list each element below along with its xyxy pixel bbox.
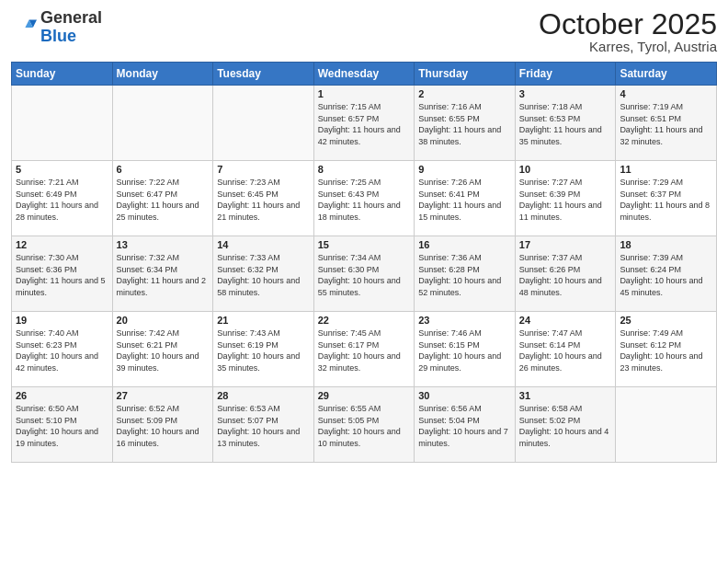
day-number: 8 bbox=[318, 164, 411, 175]
calendar-cell: 18Sunrise: 7:39 AM Sunset: 6:24 PM Dayli… bbox=[616, 236, 717, 312]
day-header-friday: Friday bbox=[515, 63, 616, 86]
calendar-cell: 25Sunrise: 7:49 AM Sunset: 6:12 PM Dayli… bbox=[616, 312, 717, 387]
day-header-wednesday: Wednesday bbox=[313, 63, 415, 86]
header: General Blue October 2025 Karres, Tyrol,… bbox=[11, 9, 717, 54]
day-number: 25 bbox=[620, 315, 712, 326]
day-info: Sunrise: 7:34 AM Sunset: 6:30 PM Dayligh… bbox=[318, 252, 411, 298]
day-header-sunday: Sunday bbox=[12, 63, 113, 86]
title-block: October 2025 Karres, Tyrol, Austria bbox=[539, 9, 717, 54]
day-number: 14 bbox=[217, 239, 310, 250]
day-number: 31 bbox=[519, 390, 612, 401]
day-info: Sunrise: 7:36 AM Sunset: 6:28 PM Dayligh… bbox=[418, 252, 511, 298]
calendar-subtitle: Karres, Tyrol, Austria bbox=[539, 39, 717, 54]
day-info: Sunrise: 7:45 AM Sunset: 6:17 PM Dayligh… bbox=[318, 327, 411, 373]
calendar-cell: 30Sunrise: 6:56 AM Sunset: 5:04 PM Dayli… bbox=[415, 387, 516, 463]
day-info: Sunrise: 7:29 AM Sunset: 6:37 PM Dayligh… bbox=[620, 177, 712, 223]
day-info: Sunrise: 7:39 AM Sunset: 6:24 PM Dayligh… bbox=[620, 252, 712, 298]
logo-blue: Blue bbox=[40, 27, 76, 45]
day-number: 7 bbox=[217, 164, 310, 175]
day-header-saturday: Saturday bbox=[616, 63, 717, 86]
calendar-table: SundayMondayTuesdayWednesdayThursdayFrid… bbox=[11, 62, 717, 463]
calendar-cell bbox=[616, 387, 717, 463]
week-row-5: 26Sunrise: 6:50 AM Sunset: 5:10 PM Dayli… bbox=[12, 387, 717, 463]
calendar-header: SundayMondayTuesdayWednesdayThursdayFrid… bbox=[12, 63, 717, 86]
calendar-cell: 7Sunrise: 7:23 AM Sunset: 6:45 PM Daylig… bbox=[213, 161, 314, 236]
calendar-cell: 28Sunrise: 6:53 AM Sunset: 5:07 PM Dayli… bbox=[213, 387, 314, 463]
calendar-cell: 15Sunrise: 7:34 AM Sunset: 6:30 PM Dayli… bbox=[313, 236, 415, 312]
day-info: Sunrise: 7:21 AM Sunset: 6:49 PM Dayligh… bbox=[16, 177, 108, 223]
logo-general: General bbox=[40, 8, 102, 27]
day-number: 23 bbox=[418, 315, 511, 326]
calendar-cell bbox=[213, 86, 314, 161]
calendar-cell: 23Sunrise: 7:46 AM Sunset: 6:15 PM Dayli… bbox=[415, 312, 516, 387]
day-info: Sunrise: 7:30 AM Sunset: 6:36 PM Dayligh… bbox=[16, 252, 108, 298]
week-row-4: 19Sunrise: 7:40 AM Sunset: 6:23 PM Dayli… bbox=[12, 312, 717, 387]
calendar-body: 1Sunrise: 7:15 AM Sunset: 6:57 PM Daylig… bbox=[12, 86, 717, 463]
day-info: Sunrise: 6:55 AM Sunset: 5:05 PM Dayligh… bbox=[318, 403, 411, 449]
calendar-cell: 5Sunrise: 7:21 AM Sunset: 6:49 PM Daylig… bbox=[12, 161, 113, 236]
calendar-cell: 27Sunrise: 6:52 AM Sunset: 5:09 PM Dayli… bbox=[112, 387, 213, 463]
day-info: Sunrise: 7:42 AM Sunset: 6:21 PM Dayligh… bbox=[117, 327, 210, 373]
day-number: 19 bbox=[16, 315, 108, 326]
day-info: Sunrise: 6:52 AM Sunset: 5:09 PM Dayligh… bbox=[117, 403, 210, 449]
calendar-cell: 10Sunrise: 7:27 AM Sunset: 6:39 PM Dayli… bbox=[515, 161, 616, 236]
day-number: 18 bbox=[620, 239, 712, 250]
day-number: 6 bbox=[117, 164, 210, 175]
day-info: Sunrise: 7:33 AM Sunset: 6:32 PM Dayligh… bbox=[217, 252, 310, 298]
day-info: Sunrise: 7:26 AM Sunset: 6:41 PM Dayligh… bbox=[418, 177, 511, 223]
calendar-cell: 31Sunrise: 6:58 AM Sunset: 5:02 PM Dayli… bbox=[515, 387, 616, 463]
day-info: Sunrise: 7:19 AM Sunset: 6:51 PM Dayligh… bbox=[620, 101, 712, 147]
day-info: Sunrise: 6:53 AM Sunset: 5:07 PM Dayligh… bbox=[217, 403, 310, 449]
day-number: 28 bbox=[217, 390, 310, 401]
calendar-cell: 21Sunrise: 7:43 AM Sunset: 6:19 PM Dayli… bbox=[213, 312, 314, 387]
day-number: 29 bbox=[318, 390, 411, 401]
day-number: 4 bbox=[620, 88, 712, 99]
day-number: 11 bbox=[620, 164, 712, 175]
calendar-cell: 12Sunrise: 7:30 AM Sunset: 6:36 PM Dayli… bbox=[12, 236, 113, 312]
day-header-thursday: Thursday bbox=[415, 63, 516, 86]
day-number: 22 bbox=[318, 315, 411, 326]
calendar-cell: 20Sunrise: 7:42 AM Sunset: 6:21 PM Dayli… bbox=[112, 312, 213, 387]
day-info: Sunrise: 7:49 AM Sunset: 6:12 PM Dayligh… bbox=[620, 327, 712, 373]
calendar-cell: 29Sunrise: 6:55 AM Sunset: 5:05 PM Dayli… bbox=[313, 387, 415, 463]
calendar-cell: 9Sunrise: 7:26 AM Sunset: 6:41 PM Daylig… bbox=[415, 161, 516, 236]
week-row-2: 5Sunrise: 7:21 AM Sunset: 6:49 PM Daylig… bbox=[12, 161, 717, 236]
day-number: 26 bbox=[16, 390, 108, 401]
day-number: 13 bbox=[117, 239, 210, 250]
day-number: 9 bbox=[418, 164, 511, 175]
week-row-3: 12Sunrise: 7:30 AM Sunset: 6:36 PM Dayli… bbox=[12, 236, 717, 312]
day-number: 24 bbox=[519, 315, 612, 326]
calendar-cell: 26Sunrise: 6:50 AM Sunset: 5:10 PM Dayli… bbox=[12, 387, 113, 463]
day-info: Sunrise: 7:27 AM Sunset: 6:39 PM Dayligh… bbox=[519, 177, 612, 223]
logo-icon bbox=[11, 15, 37, 40]
day-number: 12 bbox=[16, 239, 108, 250]
day-info: Sunrise: 7:40 AM Sunset: 6:23 PM Dayligh… bbox=[16, 327, 108, 373]
day-info: Sunrise: 7:18 AM Sunset: 6:53 PM Dayligh… bbox=[519, 101, 612, 147]
calendar-cell: 3Sunrise: 7:18 AM Sunset: 6:53 PM Daylig… bbox=[515, 86, 616, 161]
day-number: 20 bbox=[117, 315, 210, 326]
day-number: 16 bbox=[418, 239, 511, 250]
day-number: 5 bbox=[16, 164, 108, 175]
logo-text: General Blue bbox=[40, 9, 102, 46]
calendar-cell: 1Sunrise: 7:15 AM Sunset: 6:57 PM Daylig… bbox=[313, 86, 415, 161]
calendar-cell: 24Sunrise: 7:47 AM Sunset: 6:14 PM Dayli… bbox=[515, 312, 616, 387]
calendar-cell bbox=[12, 86, 113, 161]
day-info: Sunrise: 7:23 AM Sunset: 6:45 PM Dayligh… bbox=[217, 177, 310, 223]
calendar-cell: 22Sunrise: 7:45 AM Sunset: 6:17 PM Dayli… bbox=[313, 312, 415, 387]
day-info: Sunrise: 7:46 AM Sunset: 6:15 PM Dayligh… bbox=[418, 327, 511, 373]
day-header-tuesday: Tuesday bbox=[213, 63, 314, 86]
day-info: Sunrise: 6:50 AM Sunset: 5:10 PM Dayligh… bbox=[16, 403, 108, 449]
day-info: Sunrise: 7:25 AM Sunset: 6:43 PM Dayligh… bbox=[318, 177, 411, 223]
days-header-row: SundayMondayTuesdayWednesdayThursdayFrid… bbox=[12, 63, 717, 86]
calendar-cell: 6Sunrise: 7:22 AM Sunset: 6:47 PM Daylig… bbox=[112, 161, 213, 236]
calendar-cell: 14Sunrise: 7:33 AM Sunset: 6:32 PM Dayli… bbox=[213, 236, 314, 312]
calendar-cell: 11Sunrise: 7:29 AM Sunset: 6:37 PM Dayli… bbox=[616, 161, 717, 236]
calendar-cell: 17Sunrise: 7:37 AM Sunset: 6:26 PM Dayli… bbox=[515, 236, 616, 312]
week-row-1: 1Sunrise: 7:15 AM Sunset: 6:57 PM Daylig… bbox=[12, 86, 717, 161]
day-info: Sunrise: 7:16 AM Sunset: 6:55 PM Dayligh… bbox=[418, 101, 511, 147]
day-number: 27 bbox=[117, 390, 210, 401]
day-number: 2 bbox=[418, 88, 511, 99]
day-info: Sunrise: 7:22 AM Sunset: 6:47 PM Dayligh… bbox=[117, 177, 210, 223]
day-info: Sunrise: 7:15 AM Sunset: 6:57 PM Dayligh… bbox=[318, 101, 411, 147]
calendar-cell: 8Sunrise: 7:25 AM Sunset: 6:43 PM Daylig… bbox=[313, 161, 415, 236]
